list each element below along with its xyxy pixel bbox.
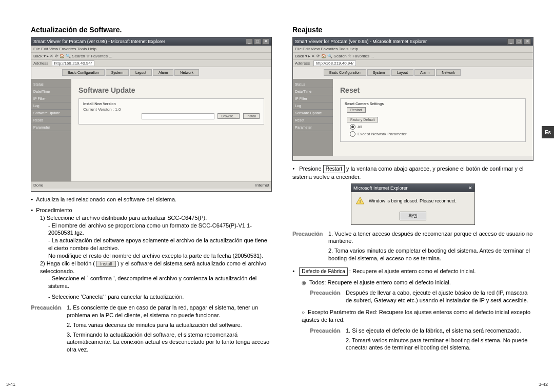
sidebar-item[interactable]: Log <box>293 102 333 110</box>
sidebar-item[interactable]: Software Update <box>31 110 71 117</box>
browse-button[interactable]: Browse... <box>217 113 240 119</box>
sidebar-item[interactable]: Parameter <box>31 124 71 131</box>
inline-install-button: Install <box>96 261 116 267</box>
menu-bar: File Edit View Favorites Tools Help <box>31 46 271 53</box>
page-number-right: 3-42 <box>539 382 548 387</box>
sidebar-item[interactable]: Date/Time <box>31 88 71 95</box>
window-title: Smart Viewer for ProCam (ver 0.95) - Mic… <box>295 39 427 44</box>
warning-icon: ! <box>355 196 365 205</box>
precaution-label: Precaución <box>31 304 67 312</box>
tab-alarm[interactable]: Alarm <box>153 69 173 76</box>
toolbar: Back ▾ ▸ ✕ ⟳ 🏠 🔍 Search ☆ Favorites ... <box>293 53 533 60</box>
panel-heading: Reset <box>340 86 526 94</box>
language-tab: Es <box>542 126 554 138</box>
sidebar-item[interactable]: Software Update <box>293 110 333 117</box>
svg-text:!: ! <box>360 199 361 204</box>
left-body-text: Actualiza la red relacionado con el soft… <box>31 196 272 354</box>
precaution-label: Precaución <box>310 327 346 335</box>
screenshot-software-update: Smart Viewer for ProCam (ver 0.95) - Mic… <box>31 37 272 192</box>
tab-layout[interactable]: Layout <box>130 69 152 76</box>
config-sidebar: Status Date/Time IP Filter Log Software … <box>31 79 71 181</box>
precaution-label: Precaución <box>310 289 346 297</box>
left-page: Actualización de Software. Smart Viewer … <box>31 26 272 354</box>
max-icon[interactable]: □ <box>254 38 261 45</box>
sidebar-item[interactable]: Reset <box>31 117 71 124</box>
min-icon[interactable]: _ <box>507 38 515 45</box>
right-body-text: Presione Restart y la ventana como abajo… <box>292 165 533 352</box>
factory-default-label: Defecto de Fábrica <box>299 267 348 276</box>
radio-except[interactable] <box>350 131 355 137</box>
install-button[interactable]: Install <box>243 113 260 119</box>
window-buttons: _ □ ✕ <box>246 38 269 45</box>
precaution-label: Precaución <box>292 230 328 238</box>
sidebar-item[interactable]: Status <box>293 81 333 88</box>
toolbar: Back ▾ ▸ ✕ ⟳ 🏠 🔍 Search ☆ Favorites ... <box>31 53 271 60</box>
address-bar: Address http://168.219.40.94/ <box>31 60 271 67</box>
sidebar-item[interactable]: Status <box>31 81 71 88</box>
panel-heading: Software Update <box>78 86 264 94</box>
inline-restart-button: Restart <box>323 165 345 173</box>
config-tabs: Basic Configuration System Layout Alarm … <box>62 69 241 76</box>
section-title-left: Actualización de Software. <box>31 26 272 34</box>
page-number-left: 3-41 <box>6 382 15 387</box>
tab-basic[interactable]: Basic Configuration <box>62 69 105 76</box>
config-sidebar: Status Date/Time IP Filter Log Software … <box>293 79 333 156</box>
close-icon[interactable]: ✕ <box>262 38 269 45</box>
sidebar-item[interactable]: IP Filter <box>293 95 333 102</box>
page-spread: Actualización de Software. Smart Viewer … <box>0 0 554 359</box>
close-icon[interactable]: ✕ <box>468 185 472 191</box>
dialog-ok-button[interactable]: 확인 <box>400 212 426 220</box>
min-icon[interactable]: _ <box>246 38 253 45</box>
window-buttons: _ □ ✕ <box>507 38 531 45</box>
close-icon[interactable]: ✕ <box>524 38 531 45</box>
tab-basic[interactable]: Basic Configuration <box>324 69 366 76</box>
status-done: Done <box>33 183 43 188</box>
restart-button[interactable]: Restart <box>347 107 366 113</box>
sidebar-item[interactable]: Reset <box>293 117 333 124</box>
sidebar-item[interactable]: Log <box>31 102 71 110</box>
tab-layout[interactable]: Layout <box>391 69 413 76</box>
menu-bar: File Edit View Favorites Tools Help <box>293 46 533 53</box>
install-panel: Install New Version Current Version : 1.… <box>78 98 264 125</box>
confirm-dialog: Microsoft Internet Explorer ✕ ! Window i… <box>351 183 475 224</box>
address-bar: Address http://168.219.40.94/ <box>293 60 533 67</box>
factory-default-button[interactable]: Factory Default <box>347 117 378 122</box>
section-title-right: Reajuste <box>292 26 533 34</box>
tab-alarm[interactable]: Alarm <box>414 69 435 76</box>
tab-network[interactable]: Network <box>174 69 199 76</box>
window-title: Smart Viewer for ProCam (ver 0.95) - Mic… <box>33 39 165 44</box>
screenshot-reset: Smart Viewer for ProCam (ver 0.95) - Mic… <box>292 37 533 161</box>
sidebar-item[interactable]: Parameter <box>293 124 333 131</box>
radio-all[interactable] <box>350 124 355 130</box>
max-icon[interactable]: □ <box>516 38 523 45</box>
tab-system[interactable]: System <box>106 69 129 76</box>
reset-panel: Reset Camera Settings Restart Factory De… <box>340 98 526 142</box>
right-page: Reajuste Smart Viewer for ProCam (ver 0.… <box>292 26 533 354</box>
sidebar-item[interactable]: IP Filter <box>31 95 71 102</box>
status-zone: Internet <box>255 183 269 188</box>
tab-system[interactable]: System <box>367 69 390 76</box>
tab-network[interactable]: Network <box>436 69 461 76</box>
sidebar-item[interactable]: Date/Time <box>293 88 333 95</box>
config-tabs: Basic Configuration System Layout Alarm … <box>324 69 502 76</box>
